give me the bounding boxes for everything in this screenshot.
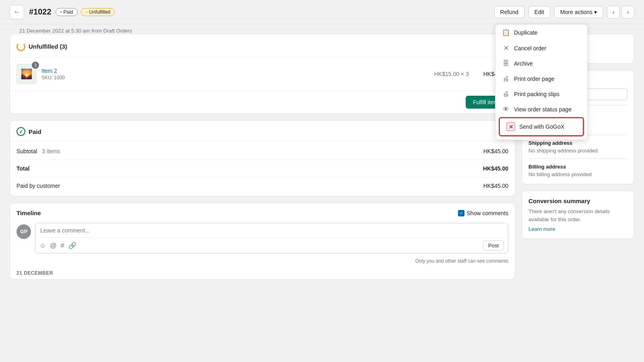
- conversion-text: There aren't any conversion details avai…: [528, 208, 627, 223]
- attachment-icon[interactable]: 🔗: [68, 242, 76, 249]
- line-item: 3 🌄 Item 2 SKU: 1000 HK$15.00 × 3 HK$45.…: [10, 58, 515, 91]
- shipping-address-text: No shipping address provided: [528, 148, 627, 154]
- gogox-highlight-wrapper: ✕ Send with GoGoX: [499, 117, 584, 136]
- shipping-address-title: Shipping address: [528, 140, 627, 146]
- cancel-order-menu-item[interactable]: ✕ Cancel order: [495, 40, 587, 56]
- nav-arrows: ‹ ›: [607, 6, 634, 19]
- view-icon: 👁: [502, 106, 510, 113]
- timeline-header: Timeline ✓ Show comments: [10, 203, 515, 223]
- print-packing-menu-item[interactable]: 🖨 Print packing slips: [495, 86, 587, 102]
- back-button[interactable]: ←: [10, 5, 24, 19]
- unfulfilled-icon: [17, 42, 25, 51]
- staff-note: Only you and other staff can see comment…: [10, 258, 515, 267]
- paid-badge: Paid: [56, 8, 78, 16]
- more-actions-dropdown: 📋 Duplicate ✕ Cancel order 🗄 Archive 🖨 P…: [495, 24, 588, 140]
- show-comments-toggle[interactable]: ✓ Show comments: [458, 210, 508, 216]
- left-column: Unfulfilled (3) ••• 3 🌄 Item 2 SKU: 1000…: [10, 34, 515, 352]
- mention-icon[interactable]: @: [50, 242, 56, 249]
- checkbox-checked-icon: ✓: [458, 210, 464, 216]
- duplicate-icon: 📋: [502, 29, 510, 36]
- item-image-wrapper: 3 🌄: [17, 64, 37, 84]
- cancel-icon: ✕: [502, 44, 510, 52]
- chevron-down-icon: ▾: [594, 9, 597, 15]
- comment-toolbar: ☺ @ # 🔗 Post: [35, 238, 508, 253]
- next-order-button[interactable]: ›: [621, 6, 634, 19]
- order-number: #1022: [29, 7, 52, 16]
- top-bar: ← #1022 Paid Unfulfilled Refund Edit Mor…: [0, 0, 644, 24]
- view-status-menu-item[interactable]: 👁 View order status page: [495, 102, 587, 117]
- refund-button[interactable]: Refund: [494, 6, 524, 18]
- timeline-card: Timeline ✓ Show comments GP ☺ @ #: [10, 203, 515, 280]
- edit-button[interactable]: Edit: [528, 6, 550, 18]
- top-bar-actions: Refund Edit More actions ▾ ‹ ›: [494, 6, 634, 19]
- more-actions-button[interactable]: More actions ▾: [554, 6, 603, 18]
- paid-card-title: ✓ Paid: [17, 127, 508, 136]
- hashtag-icon[interactable]: #: [61, 242, 64, 249]
- learn-more-link[interactable]: Learn more: [528, 226, 555, 232]
- conversion-card: Conversion summary There aren't any conv…: [522, 191, 634, 239]
- archive-icon: 🗄: [502, 60, 510, 67]
- unfulfilled-card-header: Unfulfilled (3) •••: [10, 34, 515, 58]
- send-gogox-menu-item[interactable]: ✕ Send with GoGoX: [500, 118, 583, 135]
- timeline-title: Timeline: [17, 210, 458, 216]
- item-link[interactable]: Item 2: [41, 68, 57, 74]
- conversion-title: Conversion summary: [528, 197, 627, 204]
- unfulfilled-badge: Unfulfilled: [81, 8, 115, 16]
- item-unit-price: HK$15.00 × 3: [434, 71, 469, 77]
- avatar: GP: [17, 224, 31, 239]
- paid-card-header: ✓ Paid: [10, 121, 515, 141]
- unfulfilled-card-title: Unfulfilled (3): [17, 42, 494, 51]
- fulfill-btn-row: Fulfill items: [10, 91, 515, 113]
- paid-card: ✓ Paid Subtotal 3 items HK$45.00 Tota: [10, 120, 515, 196]
- print-icon: 🖨: [502, 75, 510, 82]
- print-packing-icon: 🖨: [502, 90, 510, 98]
- post-button[interactable]: Post: [483, 241, 504, 251]
- comment-input[interactable]: [35, 223, 508, 238]
- billing-address-title: Billing address: [528, 164, 627, 170]
- item-info: Item 2 SKU: 1000: [41, 68, 429, 80]
- prev-order-button[interactable]: ‹: [607, 6, 620, 19]
- paid-table: Subtotal 3 items HK$45.00 Total HK$45.00…: [10, 141, 515, 196]
- total-row: Total HK$45.00: [17, 163, 508, 174]
- comment-box: ☺ @ # 🔗 Post: [35, 223, 508, 253]
- archive-menu-item[interactable]: 🗄 Archive: [495, 56, 587, 71]
- emoji-icon[interactable]: ☺: [39, 242, 46, 249]
- duplicate-menu-item[interactable]: 📋 Duplicate: [495, 25, 587, 40]
- comment-area: GP ☺ @ # 🔗 Post: [10, 223, 515, 258]
- item-sku: SKU: 1000: [41, 75, 429, 80]
- gogox-icon: ✕: [506, 122, 515, 131]
- item-qty-badge: 3: [32, 62, 39, 69]
- billing-address-text: No billing address provided: [528, 171, 627, 177]
- print-order-menu-item[interactable]: 🖨 Print order page: [495, 71, 587, 86]
- unfulfilled-card: Unfulfilled (3) ••• 3 🌄 Item 2 SKU: 1000…: [10, 34, 515, 114]
- paid-by-row: Paid by customer HK$45.00: [17, 181, 508, 191]
- paid-icon: ✓: [17, 127, 25, 136]
- timeline-date-label: 21 DECEMBER: [10, 267, 515, 279]
- subtotal-row: Subtotal 3 items HK$45.00: [17, 146, 508, 156]
